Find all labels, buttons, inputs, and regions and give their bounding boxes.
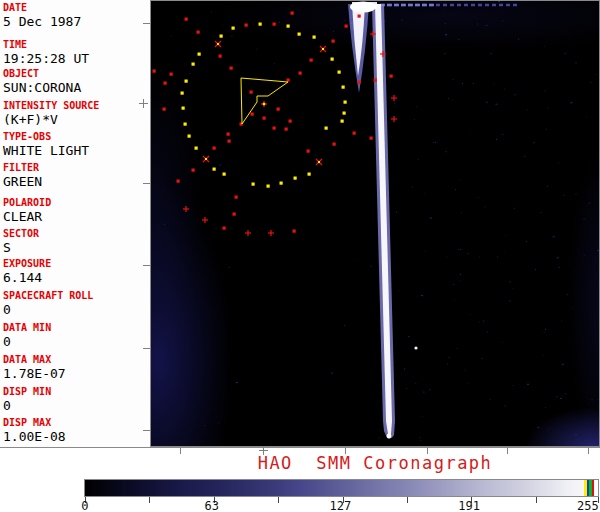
metadata-field: TIME19:25:28 UT <box>3 39 89 66</box>
metadata-field: DATE5 Dec 1987 <box>3 2 81 29</box>
colorbar-tick <box>278 497 279 503</box>
field-value: WHITE LIGHT <box>3 143 89 158</box>
axis-tick <box>143 23 150 24</box>
axis-tick <box>143 348 150 349</box>
colorbar-label: 255 <box>577 499 599 512</box>
field-label: EXPOSURE <box>3 258 51 269</box>
colorbar <box>84 479 599 497</box>
metadata-field: FILTERGREEN <box>3 162 42 189</box>
axis-tick <box>143 430 150 431</box>
image-overlay <box>151 1 600 448</box>
axis-tick <box>143 183 150 184</box>
metadata-field: SPACECRAFT ROLL0 <box>3 290 93 317</box>
axis-tick <box>143 99 144 108</box>
coronagraph-image <box>150 0 600 447</box>
field-value: CLEAR <box>3 209 51 224</box>
field-label: SPACECRAFT ROLL <box>3 290 93 301</box>
field-value: 0 <box>3 398 51 413</box>
field-label: OBJECT <box>3 68 81 79</box>
field-label: INTENSITY SOURCE <box>3 100 99 111</box>
colorbar-tick <box>536 497 537 503</box>
metadata-field: DATA MIN0 <box>3 322 51 349</box>
metadata-field: EXPOSURE6.144 <box>3 258 51 285</box>
metadata-field: INTENSITY SOURCE(K+F)*V <box>3 100 99 127</box>
metadata-field: TYPE-OBSWHITE LIGHT <box>3 131 89 158</box>
field-label: DISP MAX <box>3 417 66 428</box>
field-label: SECTOR <box>3 228 39 239</box>
metadata-sidebar: DATE5 Dec 1987TIME19:25:28 UTOBJECTSUN:C… <box>0 0 150 447</box>
field-value: 5 Dec 1987 <box>3 14 81 29</box>
field-label: DISP MIN <box>3 386 51 397</box>
metadata-field: DISP MAX1.00E-08 <box>3 417 66 444</box>
axis-baseline <box>0 447 600 448</box>
field-label: FILTER <box>3 162 42 173</box>
metadata-field: POLAROIDCLEAR <box>3 197 51 224</box>
colorbar-label: 63 <box>204 499 218 512</box>
field-label: TIME <box>3 39 89 50</box>
colorbar-label: 127 <box>330 499 352 512</box>
field-label: POLAROID <box>3 197 51 208</box>
field-value: GREEN <box>3 174 42 189</box>
field-label: DATA MIN <box>3 322 51 333</box>
field-value: 0 <box>3 334 51 349</box>
field-label: DATA MAX <box>3 354 66 365</box>
saturation-stripe <box>592 480 594 496</box>
field-value: SUN:CORONA <box>3 80 81 95</box>
field-value: 1.78E-07 <box>3 366 66 381</box>
colorbar-label: 0 <box>81 499 88 512</box>
field-label: TYPE-OBS <box>3 131 89 142</box>
metadata-field: SECTORS <box>3 228 39 255</box>
field-value: 19:25:28 UT <box>3 51 89 66</box>
metadata-field: DISP MIN0 <box>3 386 51 413</box>
field-value: S <box>3 240 39 255</box>
metadata-field: OBJECTSUN:CORONA <box>3 68 81 95</box>
axis-tick <box>143 265 150 266</box>
metadata-field: DATA MAX1.78E-07 <box>3 354 66 381</box>
colorbar-tick <box>407 497 408 503</box>
field-value: 6.144 <box>3 270 51 285</box>
field-value: (K+F)*V <box>3 112 99 127</box>
colorbar-tick <box>149 497 150 503</box>
image-title: HAO SMM Coronagraph <box>150 453 600 473</box>
field-label: DATE <box>3 2 81 13</box>
field-value: 0 <box>3 302 93 317</box>
field-value: 1.00E-08 <box>3 429 66 444</box>
colorbar-label: 191 <box>458 499 480 512</box>
smm-coronagraph-viewer: DATE5 Dec 1987TIME19:25:28 UTOBJECTSUN:C… <box>0 0 600 512</box>
